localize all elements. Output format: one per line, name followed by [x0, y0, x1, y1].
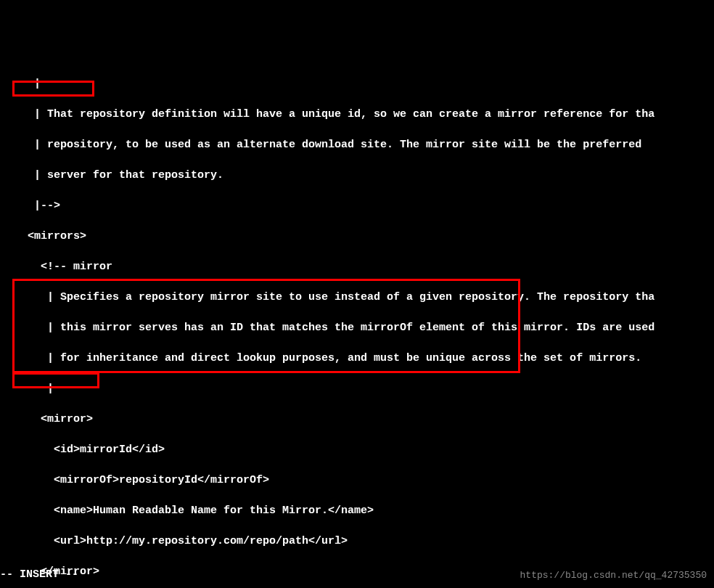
code-line: | Specifies a repository mirror site to … [0, 290, 714, 305]
code-line: | for inheritance and direct lookup purp… [0, 351, 714, 366]
code-line: <name>Human Readable Name for this Mirro… [0, 503, 714, 518]
code-line: | repository, to be used as an alternate… [0, 137, 714, 152]
code-line: <mirrors> [0, 229, 714, 244]
code-line: |--> [0, 198, 714, 213]
terminal-editor[interactable]: | | That repository definition will have… [0, 61, 714, 588]
code-line: | [0, 76, 714, 91]
code-line: | server for that repository. [0, 168, 714, 183]
code-line: | this mirror serves has an ID that matc… [0, 320, 714, 335]
code-line: | That repository definition will have a… [0, 107, 714, 122]
code-line: <mirrorOf>repositoryId</mirrorOf> [0, 473, 714, 488]
vim-status-bar: -- INSERT -- [0, 567, 78, 582]
watermark-text: https://blog.csdn.net/qq_42735350 [520, 569, 707, 582]
code-line: <id>mirrorId</id> [0, 442, 714, 457]
code-line: <!-- mirror [0, 259, 714, 274]
code-line: <url>http://my.repository.com/repo/path<… [0, 534, 714, 549]
code-line: <mirror> [0, 412, 714, 427]
code-line: | [0, 381, 714, 396]
